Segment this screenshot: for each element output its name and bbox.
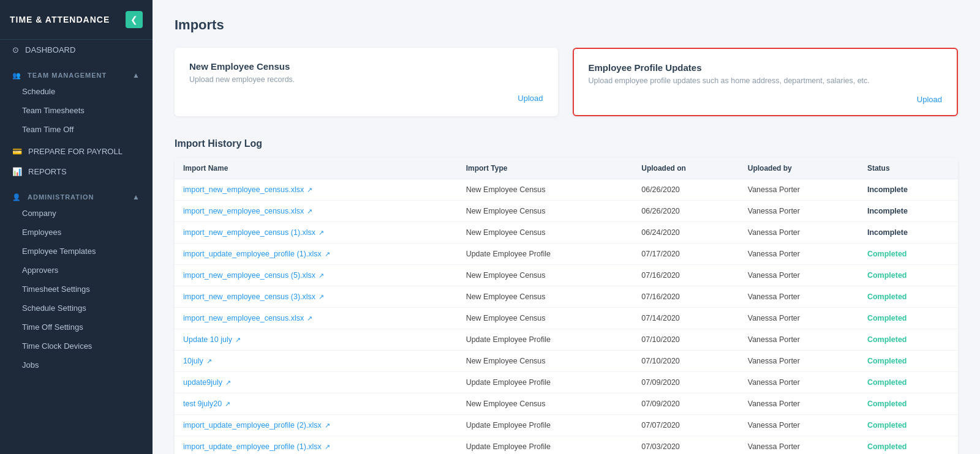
sidebar-item-employee-templates[interactable]: Employee Templates	[0, 242, 153, 261]
app-title: TIME & ATTENDANCE	[10, 15, 110, 24]
uploaded-on-cell: 06/26/2020	[633, 201, 739, 222]
import-name-link[interactable]: import_new_employee_census.xlsx↗	[183, 207, 449, 215]
status-badge: Completed	[867, 292, 907, 301]
external-link-icon: ↗	[235, 336, 241, 344]
table-row: import_update_employee_profile (2).xlsx↗…	[175, 415, 958, 436]
table-row: import_new_employee_census.xlsx↗New Empl…	[175, 201, 958, 222]
status-cell: Incomplete	[859, 201, 958, 222]
card-title: Employee Profile Updates	[589, 62, 943, 73]
uploaded-by-cell: Vanessa Porter	[739, 222, 859, 244]
sidebar-item-label: REPORTS	[28, 167, 67, 176]
import-type-cell: New Employee Census	[458, 286, 633, 308]
team-management-icon: 👥	[12, 72, 21, 80]
uploaded-on-cell: 07/09/2020	[633, 372, 739, 393]
status-badge: Incomplete	[867, 228, 908, 237]
upload-button-census[interactable]: Upload	[189, 94, 543, 103]
chevron-up-icon-admin: ▲	[132, 193, 140, 201]
sidebar-item-reports[interactable]: 📊 REPORTS	[0, 162, 153, 182]
col-import-name: Import Name	[175, 158, 458, 179]
external-link-icon: ↗	[325, 250, 330, 258]
import-name-link[interactable]: import_new_employee_census (5).xlsx↗	[183, 271, 449, 280]
import-name-link[interactable]: import_update_employee_profile (1).xlsx↗	[183, 250, 449, 258]
import-type-cell: Update Employee Profile	[458, 329, 633, 351]
status-cell: Incomplete	[859, 222, 958, 244]
administration-section-label[interactable]: 👤 ADMINISTRATION ▲	[0, 189, 153, 204]
table-row: import_update_employee_profile (1).xlsx↗…	[175, 436, 958, 455]
collapse-button[interactable]: ❮	[126, 11, 143, 28]
sidebar-item-prepare-for-payroll[interactable]: 💳 PREPARE FOR PAYROLL	[0, 141, 153, 162]
external-link-icon: ↗	[307, 186, 312, 194]
employee-profile-updates-card: Employee Profile Updates Upload employee…	[573, 48, 959, 116]
uploaded-by-cell: Vanessa Porter	[739, 244, 859, 265]
uploaded-by-cell: Vanessa Porter	[739, 265, 859, 286]
table-row: import_new_employee_census (5).xlsx↗New …	[175, 265, 958, 286]
team-management-section-label[interactable]: 👥 TEAM MANAGEMENT ▲	[0, 67, 153, 82]
import-name-link[interactable]: test 9july20↗	[183, 400, 449, 408]
uploaded-by-cell: Vanessa Porter	[739, 179, 859, 201]
uploaded-on-cell: 07/14/2020	[633, 308, 739, 329]
import-type-cell: New Employee Census	[458, 351, 633, 372]
import-cards: New Employee Census Upload new employee …	[175, 48, 958, 116]
sidebar-item-employees[interactable]: Employees	[0, 223, 153, 242]
sidebar-item-dashboard[interactable]: ⊙ DASHBOARD	[0, 40, 153, 60]
table-row: import_update_employee_profile (1).xlsx↗…	[175, 244, 958, 265]
card-description: Upload employee profile updates such as …	[589, 76, 943, 85]
sidebar-item-team-timesheets[interactable]: Team Timesheets	[0, 101, 153, 120]
sidebar-item-timesheet-settings[interactable]: Timesheet Settings	[0, 280, 153, 299]
sidebar-item-time-off-settings[interactable]: Time Off Settings	[0, 318, 153, 337]
table-row: Update 10 july↗Update Employee Profile07…	[175, 329, 958, 351]
chevron-up-icon: ▲	[132, 71, 140, 80]
import-type-cell: New Employee Census	[458, 308, 633, 329]
external-link-icon: ↗	[206, 357, 212, 365]
new-employee-census-card: New Employee Census Upload new employee …	[175, 48, 558, 116]
sidebar-item-schedule-settings[interactable]: Schedule Settings	[0, 299, 153, 318]
import-name-link[interactable]: import_new_employee_census (1).xlsx↗	[183, 228, 449, 237]
dashboard-icon: ⊙	[12, 45, 19, 54]
import-name-text: import_new_employee_census (3).xlsx	[183, 292, 315, 301]
import-name-text: 10july	[183, 357, 203, 365]
card-title: New Employee Census	[189, 61, 543, 72]
uploaded-by-cell: Vanessa Porter	[739, 201, 859, 222]
external-link-icon: ↗	[225, 400, 230, 408]
uploaded-by-cell: Vanessa Porter	[739, 329, 859, 351]
sidebar-item-approvers[interactable]: Approvers	[0, 261, 153, 280]
import-name-link[interactable]: import_update_employee_profile (2).xlsx↗	[183, 421, 449, 430]
import-name-link[interactable]: import_new_employee_census.xlsx↗	[183, 185, 449, 194]
sidebar-item-company[interactable]: Company	[0, 204, 153, 223]
external-link-icon: ↗	[225, 379, 231, 387]
sidebar-item-time-clock-devices[interactable]: Time Clock Devices	[0, 337, 153, 355]
uploaded-by-cell: Vanessa Porter	[739, 415, 859, 436]
status-cell: Completed	[859, 393, 958, 415]
history-section-title: Import History Log	[175, 138, 958, 149]
status-badge: Completed	[867, 357, 907, 365]
import-name-link[interactable]: update9july↗	[183, 378, 449, 387]
uploaded-on-cell: 07/16/2020	[633, 265, 739, 286]
table-row: import_new_employee_census.xlsx↗New Empl…	[175, 308, 958, 329]
col-uploaded-on: Uploaded on	[633, 158, 739, 179]
sidebar-header: TIME & ATTENDANCE ❮	[0, 0, 153, 40]
import-name-link[interactable]: 10july↗	[183, 357, 449, 365]
card-description: Upload new employee records.	[189, 75, 543, 84]
status-badge: Completed	[867, 314, 907, 322]
import-name-link[interactable]: Update 10 july↗	[183, 335, 449, 344]
status-cell: Completed	[859, 415, 958, 436]
status-cell: Completed	[859, 329, 958, 351]
import-name-link[interactable]: import_new_employee_census.xlsx↗	[183, 314, 449, 322]
sidebar-item-jobs[interactable]: Jobs	[0, 355, 153, 374]
import-type-cell: Update Employee Profile	[458, 372, 633, 393]
status-cell: Incomplete	[859, 179, 958, 201]
status-badge: Incomplete	[867, 207, 908, 215]
upload-button-profile[interactable]: Upload	[589, 95, 943, 104]
uploaded-by-cell: Vanessa Porter	[739, 393, 859, 415]
uploaded-on-cell: 06/24/2020	[633, 222, 739, 244]
sidebar-item-schedule[interactable]: Schedule	[0, 82, 153, 101]
sidebar-item-team-time-off[interactable]: Team Time Off	[0, 120, 153, 139]
table-row: test 9july20↗New Employee Census07/09/20…	[175, 393, 958, 415]
import-name-link[interactable]: import_new_employee_census (3).xlsx↗	[183, 292, 449, 301]
status-badge: Completed	[867, 421, 907, 430]
uploaded-by-cell: Vanessa Porter	[739, 436, 859, 455]
col-import-type: Import Type	[458, 158, 633, 179]
import-name-link[interactable]: import_update_employee_profile (1).xlsx↗	[183, 442, 449, 451]
sidebar-section-team-management: 👥 TEAM MANAGEMENT ▲ Schedule Team Timesh…	[0, 60, 153, 141]
external-link-icon: ↗	[318, 293, 324, 301]
